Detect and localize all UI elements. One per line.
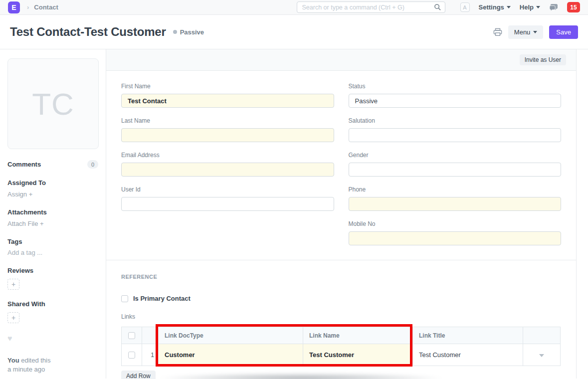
row-dropdown-icon[interactable] — [539, 354, 544, 357]
phone-input[interactable] — [349, 197, 562, 211]
sidebar-section-reviews: Reviews + — [7, 267, 98, 290]
add-share-button[interactable]: + — [7, 312, 19, 323]
table-header-row: Link DocType Link Name Link Title — [122, 327, 561, 344]
header-select-cell — [122, 327, 142, 344]
attach-file-button[interactable]: Attach File + — [7, 220, 98, 227]
is-primary-contact-field[interactable]: Is Primary Contact — [121, 295, 561, 302]
gender-input[interactable] — [349, 163, 562, 177]
row-actions-cell — [523, 344, 561, 366]
comments-count: 0 — [87, 160, 98, 169]
print-icon[interactable] — [493, 28, 502, 36]
email-address-input[interactable] — [121, 163, 334, 177]
like-heart-icon[interactable]: ♥ — [7, 334, 98, 343]
assigned-to-label: Assigned To — [7, 179, 98, 187]
fields-grid: First Name Test Contact Status Passive L… — [121, 83, 561, 245]
help-menu[interactable]: Help — [520, 3, 540, 11]
field-label: Last Name — [121, 117, 334, 124]
navbar: E › Contact A Settings Help 15 — [0, 0, 588, 15]
form-toolbar: Invite as User — [106, 49, 576, 71]
table-row: 1 Customer Test Customer Test Customer — [122, 344, 561, 366]
status-indicator: Passive — [173, 28, 204, 36]
invite-as-user-button[interactable]: Invite as User — [520, 54, 566, 65]
header-link-doctype: Link DocType — [159, 327, 303, 344]
links-grid: Link DocType Link Name Link Title 1 Cust… — [121, 327, 560, 379]
field-empty — [121, 220, 334, 245]
is-primary-contact-checkbox[interactable] — [121, 295, 128, 302]
add-tag-input[interactable]: Add a tag ... — [7, 249, 98, 256]
contact-avatar[interactable]: TC — [7, 58, 99, 149]
reference-section-label: REFERENCE — [121, 274, 561, 280]
field-salutation: Salutation — [349, 117, 562, 142]
right-gap — [577, 49, 588, 379]
navbar-right: A Settings Help 15 — [460, 2, 580, 12]
chevron-down-icon — [507, 6, 511, 8]
field-last-name: Last Name — [121, 117, 334, 142]
field-label: Phone — [349, 186, 562, 193]
field-label: User Id — [121, 186, 334, 193]
settings-menu[interactable]: Settings — [479, 3, 511, 11]
reviews-label: Reviews — [7, 267, 98, 274]
notifications-badge[interactable]: 15 — [567, 2, 580, 12]
field-label: Email Address — [121, 152, 334, 159]
status-input[interactable]: Passive — [349, 94, 562, 108]
save-button[interactable]: Save — [549, 25, 578, 39]
attachments-label: Attachments — [7, 208, 98, 216]
shared-with-label: Shared With — [7, 300, 98, 308]
link-doctype-cell[interactable]: Customer — [159, 344, 303, 366]
menu-button[interactable]: Menu — [508, 25, 544, 39]
layout: TC Comments 0 Assigned To Assign + Attac… — [0, 49, 588, 379]
page-actions: Menu Save — [493, 25, 578, 39]
sidebar-item-comments[interactable]: Comments 0 — [7, 160, 98, 169]
field-label: Gender — [349, 152, 562, 159]
row-select-cell — [122, 344, 142, 366]
page-title: Test Contact-Test Customer — [10, 25, 166, 39]
page-head: Test Contact-Test Customer Passive Menu … — [0, 15, 588, 49]
header-link-name: Link Name — [303, 327, 413, 344]
field-user-id: User Id — [121, 186, 334, 211]
edited-info: You edited this a minute ago — [7, 356, 98, 374]
user-avatar[interactable]: A — [460, 2, 470, 12]
menu-label: Menu — [514, 28, 531, 36]
field-label: Mobile No — [349, 220, 562, 227]
mobile-no-input[interactable] — [349, 231, 562, 245]
assign-button[interactable]: Assign + — [7, 190, 98, 198]
breadcrumb[interactable]: Contact — [34, 3, 58, 11]
field-first-name: First Name Test Contact — [121, 83, 334, 108]
field-phone: Phone — [349, 186, 562, 211]
edited-action: edited this — [21, 357, 50, 364]
field-label: Salutation — [349, 117, 562, 124]
first-name-input[interactable]: Test Contact — [121, 94, 334, 108]
breadcrumb-chevron-icon: › — [27, 3, 29, 11]
header-actions-cell — [523, 327, 561, 344]
field-label: Status — [349, 83, 562, 90]
tags-label: Tags — [7, 238, 98, 245]
chevron-down-icon — [536, 6, 540, 8]
global-search — [297, 1, 445, 13]
last-name-input[interactable] — [121, 128, 334, 142]
header-index-cell — [142, 327, 159, 344]
sidebar-section-attachments: Attachments Attach File + — [7, 208, 98, 227]
salutation-input[interactable] — [349, 128, 562, 142]
help-label: Help — [520, 3, 534, 11]
edited-by: You — [7, 357, 19, 364]
link-title-cell[interactable]: Test Customer — [413, 344, 523, 366]
field-label: First Name — [121, 83, 334, 90]
row-checkbox[interactable] — [128, 352, 135, 359]
field-mobile-no: Mobile No — [349, 220, 562, 245]
select-all-checkbox[interactable] — [128, 332, 135, 339]
add-review-button[interactable]: + — [7, 279, 19, 290]
chevron-down-icon — [533, 31, 537, 33]
section-divider — [106, 260, 576, 260]
row-index: 1 — [142, 344, 159, 366]
sidebar: TC Comments 0 Assigned To Assign + Attac… — [0, 49, 106, 379]
add-row-button[interactable]: Add Row — [121, 371, 156, 379]
search-input[interactable] — [297, 1, 445, 13]
chat-icon[interactable] — [549, 3, 558, 11]
link-name-cell[interactable]: Test Customer — [303, 344, 413, 366]
field-status: Status Passive — [349, 83, 562, 108]
field-gender: Gender — [349, 152, 562, 177]
app-logo[interactable]: E — [8, 1, 20, 13]
field-email-address: Email Address — [121, 152, 334, 177]
search-icon — [434, 3, 441, 13]
user-id-input[interactable] — [121, 197, 334, 211]
